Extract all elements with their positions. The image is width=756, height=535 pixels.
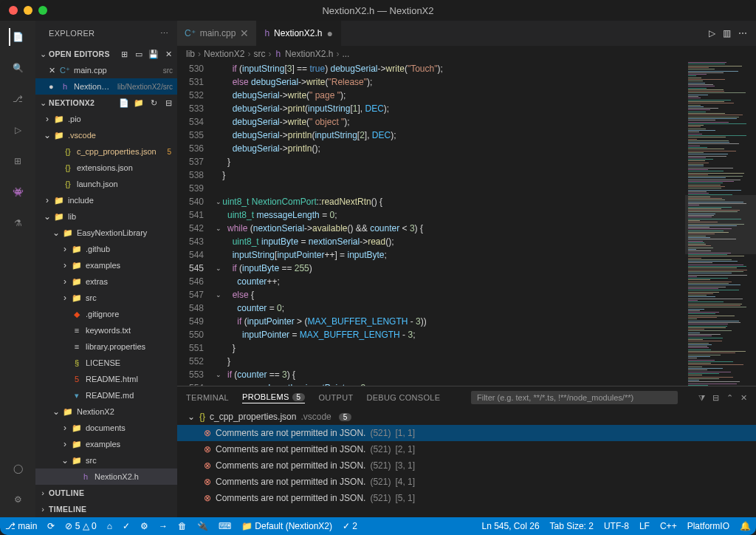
- breadcrumb-item[interactable]: NextionX2: [204, 49, 244, 59]
- tree-file[interactable]: ▾README.md: [35, 387, 177, 403]
- pio-clean[interactable]: 🗑: [173, 517, 192, 535]
- save-all-icon[interactable]: 💾: [148, 50, 159, 59]
- fold-icon[interactable]: ⌄: [216, 262, 221, 275]
- run-icon[interactable]: ▷: [709, 28, 715, 38]
- new-untitled-icon[interactable]: ⊞: [118, 50, 130, 59]
- notifications[interactable]: 🔔: [735, 517, 756, 535]
- minimap[interactable]: [685, 62, 756, 386]
- tree-folder[interactable]: ›📁extras: [35, 273, 177, 290]
- more-actions-icon[interactable]: ⋯: [738, 28, 747, 38]
- search-icon[interactable]: 🔍: [9, 59, 27, 77]
- tree-file[interactable]: {}c_cpp_properties.json5: [35, 143, 177, 160]
- pio-check[interactable]: ✓: [117, 517, 135, 535]
- breadcrumb-item[interactable]: lib: [186, 49, 195, 59]
- editor-tab[interactable]: C⁺main.cpp✕: [177, 21, 257, 46]
- branch-button[interactable]: ⎇ main: [0, 517, 42, 535]
- project-header[interactable]: ⌄NEXTIONX2 📄📁↻⊟: [35, 95, 177, 111]
- platformio-icon[interactable]: 👾: [9, 183, 27, 201]
- window-minimize[interactable]: [24, 6, 32, 15]
- breadcrumb-item[interactable]: ...: [342, 49, 349, 59]
- tree-file[interactable]: {}launch.json: [35, 176, 177, 192]
- accounts-icon[interactable]: ◯: [9, 460, 27, 477]
- pio-upload[interactable]: →: [154, 517, 173, 535]
- tree-file[interactable]: ◆.gitignore: [35, 306, 177, 322]
- tree-folder[interactable]: ›📁documents: [35, 420, 177, 436]
- pio-build[interactable]: ⚙: [135, 517, 154, 535]
- platformio[interactable]: PlatformIO: [682, 517, 735, 535]
- tree-folder[interactable]: ⌄📁src: [35, 452, 177, 468]
- tree-folder[interactable]: ›📁src: [35, 290, 177, 306]
- outline-header[interactable]: ›OUTLINE: [35, 485, 177, 501]
- sync-button[interactable]: ⟳: [42, 517, 60, 535]
- problems-filter-input[interactable]: Filter (e.g. text, **/*.ts, !**/node_mod…: [471, 391, 678, 404]
- explorer-icon[interactable]: 📄: [9, 28, 27, 46]
- tree-folder[interactable]: ›📁.github: [35, 241, 177, 257]
- problem-item[interactable]: ⊗ Comments are not permitted in JSON. (5…: [177, 441, 756, 457]
- toggle-layout-icon[interactable]: ▭: [133, 50, 145, 59]
- err-check[interactable]: ✓ 2: [337, 517, 362, 535]
- tree-file[interactable]: 5README.html: [35, 371, 177, 387]
- tree-folder[interactable]: ›📁examples: [35, 257, 177, 273]
- panel-tab-terminal[interactable]: TERMINAL: [186, 393, 229, 402]
- tree-file[interactable]: {}extensions.json: [35, 160, 177, 176]
- tab-size[interactable]: Tab Size: 2: [545, 517, 599, 535]
- tree-folder[interactable]: ›📁examples: [35, 436, 177, 452]
- editor-tab[interactable]: hNextionX2.h●: [257, 21, 341, 46]
- tree-folder[interactable]: ⌄📁NextionX2: [35, 403, 177, 420]
- tree-file[interactable]: ≡keywords.txt: [35, 322, 177, 338]
- tree-folder[interactable]: ⌄📁EasyNextionLibrary: [35, 225, 177, 241]
- run-debug-icon[interactable]: ▷: [9, 121, 27, 139]
- open-editor-item[interactable]: ✕C⁺main.cppsrc: [35, 62, 177, 78]
- pio-terminal[interactable]: ⌨: [213, 517, 236, 535]
- encoding[interactable]: UTF-8: [599, 517, 634, 535]
- problem-item[interactable]: ⊗ Comments are not permitted in JSON. (5…: [177, 425, 756, 441]
- panel-tab-debug[interactable]: DEBUG CONSOLE: [366, 393, 440, 402]
- breadcrumbs[interactable]: lib›NextionX2›src›hNextionX2.h›...: [177, 46, 756, 62]
- settings-gear-icon[interactable]: ⚙: [9, 491, 27, 508]
- tree-folder[interactable]: ⌄📁lib: [35, 208, 177, 225]
- filter-icon[interactable]: ⧩: [698, 393, 705, 403]
- window-close[interactable]: [9, 6, 18, 15]
- close-panel-icon[interactable]: ✕: [740, 393, 747, 403]
- close-tab-icon[interactable]: ●: [326, 27, 332, 39]
- tree-folder[interactable]: ⌄📁.vscode: [35, 127, 177, 143]
- problem-group[interactable]: ⌄ {} c_cpp_properties.json .vscode 5: [177, 409, 756, 425]
- tree-file[interactable]: ≡library.properties: [35, 338, 177, 355]
- panel-tab-output[interactable]: OUTPUT: [318, 393, 353, 402]
- source-control-icon[interactable]: ⎇: [9, 90, 27, 108]
- maximize-panel-icon[interactable]: ⌃: [726, 393, 733, 403]
- collapse-icon[interactable]: ⊟: [162, 98, 174, 108]
- close-all-icon[interactable]: ✕: [162, 50, 174, 59]
- collapse-all-icon[interactable]: ⊟: [712, 393, 719, 403]
- pio-home[interactable]: ⌂: [102, 517, 117, 535]
- code-editor[interactable]: 5305315325335345355365375385395405415425…: [177, 62, 756, 386]
- new-file-icon[interactable]: 📄: [118, 98, 130, 108]
- close-tab-icon[interactable]: ✕: [240, 27, 249, 39]
- breadcrumb-item[interactable]: src: [253, 49, 265, 59]
- sidebar-more-icon[interactable]: ⋯: [160, 29, 168, 38]
- tree-file[interactable]: hNextionX2.h: [35, 468, 177, 485]
- new-folder-icon[interactable]: 📁: [133, 98, 145, 108]
- pio-env[interactable]: 📁 Default (NextionX2): [236, 517, 337, 535]
- problems-count[interactable]: ⊘ 5 △ 0: [60, 517, 101, 535]
- problem-item[interactable]: ⊗ Comments are not permitted in JSON. (5…: [177, 490, 756, 506]
- extensions-icon[interactable]: ⊞: [9, 152, 27, 170]
- open-editor-item[interactable]: ●hNextionX2.hlib/NextionX2/src: [35, 78, 177, 95]
- pio-serial[interactable]: 🔌: [192, 517, 213, 535]
- eol[interactable]: LF: [634, 517, 655, 535]
- cursor-pos[interactable]: Ln 545, Col 26: [477, 517, 545, 535]
- fold-icon[interactable]: ⌄: [216, 368, 221, 381]
- split-editor-icon[interactable]: ▥: [723, 28, 731, 38]
- refresh-icon[interactable]: ↻: [148, 98, 159, 108]
- language-mode[interactable]: C++: [655, 517, 682, 535]
- open-editors-header[interactable]: ⌄OPEN EDITORS ⊞▭💾✕: [35, 46, 177, 62]
- test-icon[interactable]: ⚗: [9, 214, 27, 232]
- window-zoom[interactable]: [38, 6, 47, 15]
- fold-icon[interactable]: ⌄: [216, 195, 221, 208]
- tree-folder[interactable]: ›📁.pio: [35, 111, 177, 127]
- breadcrumb-item[interactable]: NextionX2.h: [285, 49, 333, 59]
- problem-item[interactable]: ⊗ Comments are not permitted in JSON. (5…: [177, 474, 756, 490]
- panel-tab-problems[interactable]: PROBLEMS5: [242, 392, 305, 403]
- fold-icon[interactable]: ⌄: [216, 288, 221, 301]
- tree-folder[interactable]: ›📁include: [35, 192, 177, 208]
